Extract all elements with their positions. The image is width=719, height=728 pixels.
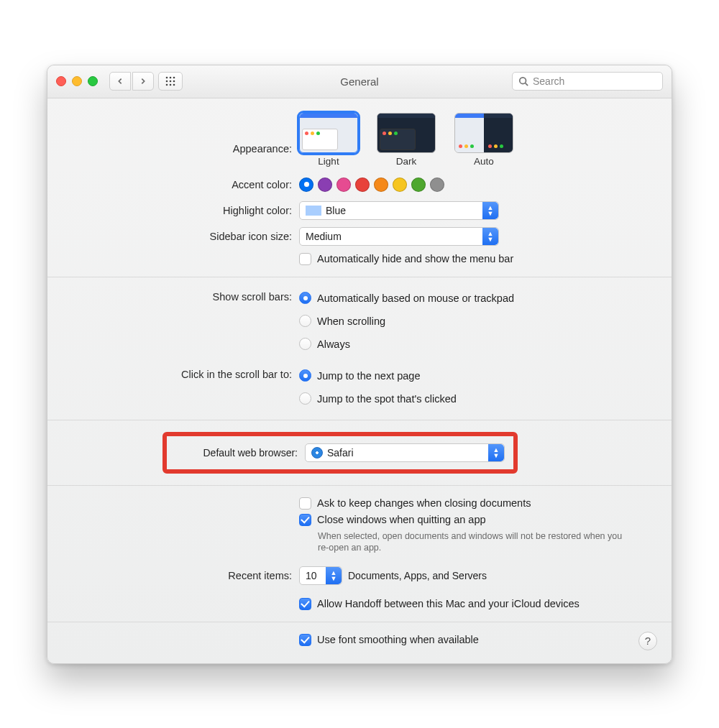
appearance-auto-label: Auto [474, 156, 494, 167]
radio-icon [299, 315, 311, 327]
radio-icon [299, 292, 311, 304]
recent-items-select[interactable]: 10 ▲▼ [299, 566, 342, 585]
grid-icon [165, 75, 176, 87]
svg-point-0 [166, 77, 168, 79]
recent-items-label: Recent items: [47, 568, 299, 584]
show-all-button[interactable] [158, 72, 183, 91]
checkbox-icon [299, 497, 311, 510]
appearance-dark-label: Dark [396, 156, 417, 167]
click-scroll-option-label: Jump to the spot that's clicked [317, 390, 457, 408]
scroll-bars-option-1[interactable]: When scrolling [299, 312, 650, 331]
svg-point-4 [170, 80, 172, 83]
ask-keep-changes-label: Ask to keep changes when closing documen… [317, 497, 531, 509]
appearance-dark[interactable]: Dark [377, 113, 436, 167]
highlight-color-select[interactable]: Blue ▲▼ [299, 201, 499, 220]
svg-point-5 [173, 80, 175, 83]
click-scroll-option-1[interactable]: Jump to the spot that's clicked [299, 390, 650, 408]
zoom-window-button[interactable] [88, 76, 98, 86]
radio-icon [299, 338, 311, 350]
appearance-auto-thumb [454, 113, 513, 153]
handoff-checkbox[interactable]: Allow Handoff between this Mac and your … [299, 598, 650, 610]
click-scroll-option-0[interactable]: Jump to the next page [299, 367, 650, 385]
checkbox-icon [299, 598, 311, 610]
autohide-menubar-checkbox[interactable]: Automatically hide and show the menu bar [299, 253, 650, 265]
accent-color-gray[interactable] [430, 178, 444, 192]
close-windows-label: Close windows when quitting an app [317, 514, 486, 525]
forward-button[interactable] [132, 72, 154, 91]
click-scroll-radios: Jump to the next pageJump to the spot th… [299, 367, 672, 408]
recent-items-suffix: Documents, Apps, and Servers [348, 570, 487, 581]
accent-color-pink[interactable] [336, 178, 351, 192]
default-browser-select[interactable]: Safari ▲▼ [305, 443, 505, 462]
minimize-window-button[interactable] [72, 76, 82, 86]
svg-point-3 [166, 80, 168, 83]
accent-color-green[interactable] [411, 178, 426, 192]
accent-color-red[interactable] [355, 178, 370, 192]
appearance-light-label: Light [318, 156, 339, 167]
sidebar-icon-value: Medium [306, 231, 342, 242]
default-browser-value: Safari [327, 447, 354, 459]
radio-icon [299, 369, 311, 382]
checkbox-icon [299, 634, 311, 646]
preferences-window: General Search Appearance: [47, 65, 672, 664]
close-windows-checkbox[interactable]: Close windows when quitting an app [299, 514, 650, 526]
accent-color-yellow[interactable] [393, 178, 407, 192]
chevron-right-icon [139, 78, 147, 85]
nav-buttons [109, 72, 154, 91]
safari-icon [311, 447, 323, 459]
accent-color-options [299, 178, 650, 192]
scroll-bars-radios: Automatically based on mouse or trackpad… [299, 289, 672, 354]
appearance-label: Appearance: [47, 122, 299, 157]
help-button[interactable]: ? [638, 632, 657, 650]
appearance-dark-thumb [377, 113, 436, 153]
scroll-bars-option-label: When scrolling [317, 312, 385, 331]
click-scroll-option-label: Jump to the next page [317, 367, 421, 385]
accent-color-purple[interactable] [318, 178, 332, 192]
checkbox-icon [299, 514, 311, 526]
svg-point-8 [173, 84, 175, 86]
default-browser-label: Default web browser: [175, 447, 305, 459]
appearance-options: Light Dark [299, 113, 650, 167]
highlight-color-value: Blue [326, 205, 346, 216]
click-scroll-label: Click in the scroll bar to: [47, 367, 299, 382]
checkbox-icon [299, 253, 311, 265]
window-controls [56, 76, 98, 86]
appearance-light-thumb [299, 113, 358, 153]
titlebar: General Search [47, 65, 672, 98]
font-smoothing-checkbox[interactable]: Use font smoothing when available [299, 634, 650, 646]
chevron-left-icon [116, 78, 124, 85]
sidebar-icon-label: Sidebar icon size: [47, 229, 299, 244]
svg-point-2 [173, 77, 175, 79]
search-placeholder: Search [533, 75, 564, 87]
highlight-swatch [306, 206, 321, 216]
back-button[interactable] [109, 72, 131, 91]
font-smoothing-label: Use font smoothing when available [317, 634, 479, 645]
svg-point-9 [520, 78, 526, 84]
search-icon [518, 76, 528, 86]
scroll-bars-label: Show scroll bars: [47, 289, 299, 305]
close-window-button[interactable] [56, 76, 66, 86]
svg-point-7 [170, 84, 172, 86]
highlight-color-label: Highlight color: [47, 203, 299, 218]
scroll-bars-option-label: Automatically based on mouse or trackpad [317, 289, 514, 308]
default-browser-highlight: Default web browser: Safari ▲▼ [162, 432, 518, 474]
ask-keep-changes-checkbox[interactable]: Ask to keep changes when closing documen… [299, 497, 650, 510]
scroll-bars-option-2[interactable]: Always [299, 335, 650, 354]
scroll-bars-option-0[interactable]: Automatically based on mouse or trackpad [299, 289, 650, 308]
svg-point-1 [170, 77, 172, 79]
svg-line-10 [526, 83, 528, 86]
recent-items-value: 10 [306, 570, 317, 581]
radio-icon [299, 392, 311, 405]
search-input[interactable]: Search [512, 72, 663, 91]
handoff-label: Allow Handoff between this Mac and your … [317, 598, 580, 609]
accent-color-label: Accent color: [47, 177, 299, 193]
help-icon: ? [645, 635, 651, 647]
appearance-light[interactable]: Light [299, 113, 358, 167]
sidebar-icon-select[interactable]: Medium ▲▼ [299, 227, 499, 246]
accent-color-blue[interactable] [299, 178, 313, 192]
close-windows-note: When selected, open documents and window… [318, 530, 627, 553]
autohide-menubar-label: Automatically hide and show the menu bar [317, 253, 513, 264]
appearance-auto[interactable]: Auto [454, 113, 513, 167]
svg-point-6 [166, 84, 168, 86]
accent-color-orange[interactable] [374, 178, 388, 192]
